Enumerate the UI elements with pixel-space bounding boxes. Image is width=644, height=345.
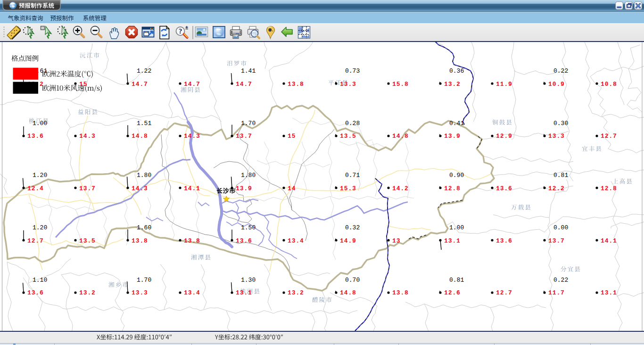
svg-text:0.22: 0.22 (553, 67, 568, 75)
svg-text:1.50: 1.50 (241, 224, 256, 231)
svg-text:12.8: 12.8 (601, 185, 617, 192)
svg-text:0.81: 0.81 (449, 277, 464, 284)
svg-text:14: 14 (288, 185, 296, 192)
svg-text:14.3: 14.3 (132, 185, 148, 192)
svg-text:11.9: 11.9 (496, 81, 512, 88)
svg-text:14.1: 14.1 (184, 185, 200, 192)
svg-text:1.51: 1.51 (137, 120, 151, 127)
svg-text:1.20: 1.20 (33, 224, 47, 231)
svg-text:13.5: 13.5 (340, 133, 356, 140)
svg-text:0.22: 0.22 (553, 277, 568, 284)
svg-text:15.3: 15.3 (340, 185, 356, 192)
svg-text:13.1: 13.1 (236, 289, 252, 296)
svg-text:13.7: 13.7 (79, 185, 96, 192)
svg-text:1.20: 1.20 (33, 172, 47, 179)
svg-text:13.1: 13.1 (601, 289, 617, 296)
svg-text:15.8: 15.8 (392, 81, 409, 88)
svg-text:13.2: 13.2 (79, 289, 96, 296)
svg-text:12.6: 12.6 (444, 289, 461, 296)
svg-text:12.9: 12.9 (496, 133, 512, 140)
svg-text:?: ? (179, 27, 182, 35)
svg-text:10.9: 10.9 (548, 81, 565, 88)
svg-text:14.9: 14.9 (340, 237, 356, 244)
svg-text:0.36: 0.36 (449, 67, 464, 75)
svg-text:1.00: 1.00 (449, 224, 464, 231)
svg-text:±: ± (185, 25, 188, 30)
svg-text:15: 15 (288, 133, 296, 140)
svg-text:1.70: 1.70 (241, 120, 256, 127)
svg-text:12.4: 12.4 (27, 185, 44, 192)
svg-text:13: 13 (392, 237, 400, 244)
svg-text:13.9: 13.9 (444, 133, 461, 140)
svg-text:12.7: 12.7 (27, 237, 44, 244)
svg-text:13.3: 13.3 (548, 133, 565, 140)
svg-text:0.73: 0.73 (345, 67, 360, 75)
svg-text:13.4: 13.4 (288, 237, 304, 244)
svg-text:1.00: 1.00 (33, 120, 47, 127)
svg-text:13.4: 13.4 (184, 289, 200, 296)
svg-text:1.60: 1.60 (137, 224, 151, 231)
svg-text:14.1: 14.1 (601, 237, 617, 244)
svg-text:0.41: 0.41 (449, 120, 464, 127)
svg-text:13.8: 13.8 (132, 237, 148, 244)
svg-text:13.9: 13.9 (236, 185, 252, 192)
svg-text:13.8: 13.8 (392, 289, 409, 296)
svg-text:13.7: 13.7 (236, 133, 252, 140)
svg-text:0.00: 0.00 (553, 224, 568, 231)
svg-text:14.7: 14.7 (184, 81, 200, 88)
svg-text:1.10: 1.10 (33, 277, 47, 284)
svg-text:13.2: 13.2 (444, 81, 461, 88)
svg-text:12.2: 12.2 (548, 185, 565, 192)
svg-text:13.6: 13.6 (496, 185, 512, 192)
svg-text:12.7: 12.7 (496, 289, 512, 296)
svg-text:13.5: 13.5 (79, 237, 96, 244)
svg-text:0.90: 0.90 (449, 172, 464, 179)
svg-text:14.2: 14.2 (392, 185, 409, 192)
svg-text:1.70: 1.70 (137, 277, 151, 284)
svg-text:14.7: 14.7 (236, 81, 252, 88)
svg-text:0.81: 0.81 (553, 172, 568, 179)
svg-text:12.8: 12.8 (444, 185, 461, 192)
svg-text:14.8: 14.8 (392, 133, 409, 140)
svg-text:1.41: 1.41 (241, 67, 256, 75)
svg-text:1.80: 1.80 (137, 172, 151, 179)
svg-text:0.30: 0.30 (553, 120, 568, 127)
svg-text:13.6: 13.6 (27, 133, 44, 140)
svg-text:1.30: 1.30 (241, 277, 256, 284)
svg-text:13.3: 13.3 (132, 289, 148, 296)
svg-text:1.80: 1.80 (241, 172, 256, 179)
svg-text:13.1: 13.1 (444, 237, 461, 244)
svg-text:14.8: 14.8 (132, 133, 148, 140)
svg-text:12.7: 12.7 (601, 133, 617, 140)
svg-text:14.3: 14.3 (79, 133, 96, 140)
svg-text:13.6: 13.6 (496, 237, 512, 244)
svg-text:13.2: 13.2 (288, 289, 304, 296)
svg-text:0.28: 0.28 (345, 120, 360, 127)
svg-text:10.8: 10.8 (601, 81, 617, 88)
svg-text:14.7: 14.7 (132, 81, 148, 88)
svg-text:0.32: 0.32 (345, 224, 360, 231)
svg-text:13.6: 13.6 (236, 237, 252, 244)
svg-text:13.7: 13.7 (548, 237, 565, 244)
svg-text:0.71: 0.71 (345, 172, 360, 179)
svg-text:0.70: 0.70 (345, 277, 360, 284)
svg-text:13.8: 13.8 (288, 81, 304, 88)
svg-text:13.3: 13.3 (340, 81, 356, 88)
svg-text:11.7: 11.7 (548, 289, 565, 296)
svg-text:14.8: 14.8 (340, 289, 356, 296)
svg-text:13.8: 13.8 (184, 237, 200, 244)
svg-text:1.22: 1.22 (137, 67, 151, 75)
svg-text:13.6: 13.6 (27, 289, 44, 296)
svg-text:14.3: 14.3 (184, 133, 200, 140)
